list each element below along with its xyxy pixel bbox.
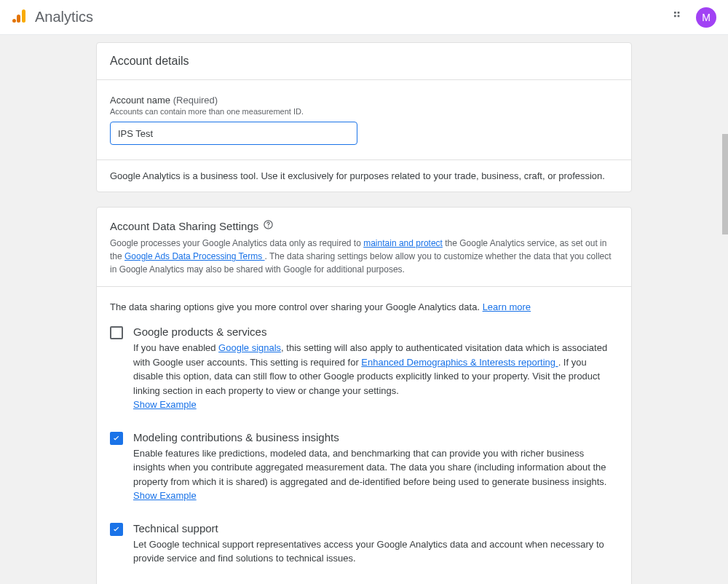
header-left: Analytics — [12, 7, 93, 27]
opt-google-products-checkbox[interactable] — [110, 326, 123, 339]
data-sharing-title: Account Data Sharing Settings — [110, 220, 258, 232]
header-right: M — [673, 7, 716, 28]
business-tool-note: Google Analytics is a business tool. Use… — [97, 159, 631, 192]
data-sharing-card: Account Data Sharing Settings Google pro… — [96, 207, 632, 584]
account-name-label: Account name (Required) — [110, 95, 618, 106]
svg-rect-6 — [678, 15, 680, 17]
svg-rect-0 — [22, 9, 25, 23]
opt-modeling-checkbox[interactable] — [110, 432, 123, 445]
opt-google-products: Google products & services If you have e… — [110, 325, 618, 412]
options-intro: The data sharing options give you more c… — [110, 301, 618, 312]
svg-point-2 — [12, 19, 16, 23]
opt-modeling-title: Modeling contributions & business insigh… — [133, 431, 618, 443]
svg-rect-3 — [674, 12, 676, 14]
scrollbar-thumb[interactable] — [722, 134, 728, 234]
opt-google-products-desc: If you have enabled Google signals, this… — [133, 341, 618, 412]
opt-modeling-show-example[interactable]: Show Example — [133, 490, 197, 501]
account-details-title: Account details — [97, 43, 631, 80]
opt-google-products-show-example[interactable]: Show Example — [133, 399, 197, 410]
opt-tech-support-desc: Let Google technical support representat… — [133, 537, 618, 566]
product-name: Analytics — [35, 9, 93, 25]
avatar[interactable]: M — [696, 7, 716, 28]
data-sharing-intro: Google processes your Google Analytics d… — [110, 237, 618, 276]
opt-tech-support-title: Technical support — [133, 522, 618, 534]
demographics-reporting-link[interactable]: Enhanced Demographics & Interests report… — [361, 357, 558, 368]
data-processing-terms-link[interactable]: Google Ads Data Processing Terms — [124, 251, 265, 261]
analytics-logo-icon — [12, 7, 29, 27]
svg-rect-1 — [17, 15, 20, 23]
opt-google-products-title: Google products & services — [133, 325, 618, 338]
svg-rect-4 — [678, 12, 680, 14]
account-name-help: Accounts can contain more than one measu… — [110, 107, 618, 116]
account-details-card: Account details Account name (Required) … — [96, 42, 632, 192]
opt-modeling: Modeling contributions & business insigh… — [110, 431, 618, 503]
apps-grid-icon[interactable] — [673, 10, 684, 24]
google-signals-link[interactable]: Google signals — [218, 342, 281, 353]
maintain-protect-link[interactable]: maintain and protect — [363, 238, 443, 248]
page-body: Account details Account name (Required) … — [0, 35, 728, 584]
svg-rect-5 — [674, 15, 676, 17]
opt-tech-support: Technical support Let Google technical s… — [110, 522, 618, 566]
opt-tech-support-checkbox[interactable] — [110, 523, 123, 536]
account-name-input[interactable] — [110, 122, 357, 145]
help-circle-icon[interactable] — [263, 219, 274, 232]
learn-more-link[interactable]: Learn more — [483, 301, 531, 312]
opt-modeling-desc: Enable features like predictions, modele… — [133, 446, 618, 503]
svg-point-8 — [268, 226, 269, 227]
avatar-initial: M — [702, 12, 711, 23]
app-header: Analytics M — [0, 0, 728, 35]
